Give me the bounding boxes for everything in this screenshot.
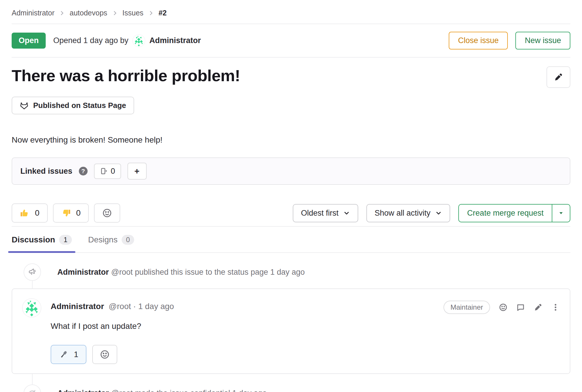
comment-author-line: Administrator @root · 1 day ago	[51, 298, 174, 311]
help-icon[interactable]: ?	[79, 167, 88, 175]
author-link[interactable]: Administrator	[57, 268, 109, 276]
chevron-right-icon	[112, 10, 118, 16]
comment-card: Administrator @root · 1 day ago Maintain…	[12, 288, 570, 374]
comment-meta[interactable]: @root · 1 day ago	[109, 302, 174, 311]
system-note-published: Administrator@root published this issue …	[12, 263, 570, 281]
breadcrumb-item-project[interactable]: autodevops	[70, 9, 107, 17]
tab-designs[interactable]: Designs 0	[88, 235, 134, 252]
comment-body: What if I post an update?	[51, 322, 560, 331]
system-note-text: Administrator@root published this issue …	[57, 268, 305, 277]
discussion-timeline: Administrator@root published this issue …	[12, 263, 570, 392]
sort-dropdown-label: Oldest first	[301, 209, 338, 218]
microphone-award-count: 1	[74, 350, 78, 359]
thumbs-up-count: 0	[35, 208, 40, 218]
issue-description: Now everything is broken! Someone help!	[12, 135, 570, 145]
breadcrumb-current-issue-number: #2	[159, 9, 167, 17]
tab-discussion-count: 1	[59, 235, 72, 245]
avatar[interactable]	[132, 34, 145, 47]
tab-discussion-label: Discussion	[12, 235, 55, 244]
tanuki-icon	[20, 101, 29, 110]
issue-type-icon	[100, 167, 108, 175]
issue-page: Administrator autodevops Issues #2 Open …	[0, 0, 582, 392]
edit-title-button[interactable]	[546, 66, 570, 88]
thumbs-down-award-button[interactable]: 0	[53, 203, 89, 223]
new-issue-button[interactable]: New issue	[515, 32, 570, 49]
linked-issues-title: Linked issues	[20, 167, 72, 176]
add-reaction-button[interactable]	[92, 345, 117, 364]
chevron-down-icon	[343, 210, 350, 217]
megaphone-icon	[24, 263, 41, 281]
activity-filter-dropdown[interactable]: Show all activity	[366, 204, 450, 222]
opened-info: Opened 1 day ago by Administrator	[53, 34, 201, 47]
smiley-icon	[102, 208, 112, 218]
create-merge-request-caret-button[interactable]	[552, 205, 570, 222]
linked-issues-widget: Linked issues ? 0 +	[12, 157, 570, 185]
thumbs-up-award-button[interactable]: 0	[12, 203, 48, 223]
chevron-down-icon	[435, 210, 442, 217]
smiley-icon	[100, 350, 110, 359]
status-page-badge-label: Published on Status Page	[33, 101, 126, 110]
thumbs-down-icon	[61, 208, 71, 218]
thumbs-up-icon	[20, 208, 30, 218]
status-badge: Open	[12, 33, 46, 49]
tab-designs-count: 0	[122, 235, 134, 245]
kebab-menu-icon[interactable]	[551, 303, 560, 312]
comment-header: Administrator @root · 1 day ago Maintain…	[22, 298, 560, 317]
awards-and-controls: 0 0 Oldest first Show all activity	[12, 203, 570, 223]
system-note-body: @root made the issue confidential 1 day …	[111, 389, 267, 392]
thumbs-down-count: 0	[76, 208, 81, 218]
add-reaction-icon[interactable]	[499, 303, 508, 312]
author-link[interactable]: Administrator	[57, 389, 109, 392]
chevron-right-icon	[59, 10, 65, 16]
pencil-icon	[554, 72, 563, 82]
caret-down-icon	[558, 210, 564, 216]
activity-filter-label: Show all activity	[375, 209, 430, 218]
sort-dropdown[interactable]: Oldest first	[293, 204, 358, 222]
system-note-body: @root published this issue to the status…	[111, 268, 305, 276]
breadcrumb-item-issues[interactable]: Issues	[123, 9, 143, 17]
add-linked-issue-button[interactable]: +	[127, 163, 147, 180]
tab-designs-label: Designs	[88, 235, 118, 244]
comment-awards: 1	[51, 345, 560, 364]
comment-actions: Maintainer	[443, 298, 560, 314]
system-note-text: Administrator@root made the issue confid…	[57, 389, 267, 392]
microphone-award-button[interactable]: 1	[51, 345, 86, 364]
microphone-icon	[59, 350, 69, 359]
issue-status-header: Open Opened 1 day ago by Administrator C…	[12, 24, 570, 57]
divider	[12, 57, 570, 58]
chevron-right-icon	[148, 10, 154, 16]
page-title: There was a horrible problem!	[12, 66, 240, 85]
tab-discussion[interactable]: Discussion 1	[12, 235, 72, 252]
create-merge-request-split-button: Create merge request	[458, 204, 570, 222]
edit-comment-icon[interactable]	[534, 303, 542, 312]
author-link[interactable]: Administrator	[51, 302, 104, 311]
opened-text: Opened 1 day ago by	[53, 36, 128, 45]
breadcrumb-item-group[interactable]: Administrator	[12, 9, 54, 17]
close-issue-button[interactable]: Close issue	[449, 32, 508, 49]
linked-issues-count: 0	[111, 167, 115, 176]
comment-bubble-icon[interactable]	[516, 303, 525, 312]
discussion-tab-bar: Discussion 1 Designs 0	[12, 227, 570, 253]
avatar[interactable]	[22, 298, 41, 317]
breadcrumb: Administrator autodevops Issues #2	[12, 0, 570, 24]
linked-issues-counter[interactable]: 0	[94, 164, 121, 179]
create-merge-request-button[interactable]: Create merge request	[459, 205, 552, 222]
system-note-confidential: Administrator@root made the issue confid…	[12, 384, 570, 392]
author-link[interactable]: Administrator	[149, 36, 201, 45]
role-badge: Maintainer	[443, 301, 490, 314]
status-page-badge: Published on Status Page	[12, 97, 134, 114]
add-reaction-button[interactable]	[94, 203, 120, 223]
eye-slash-icon	[24, 384, 41, 392]
